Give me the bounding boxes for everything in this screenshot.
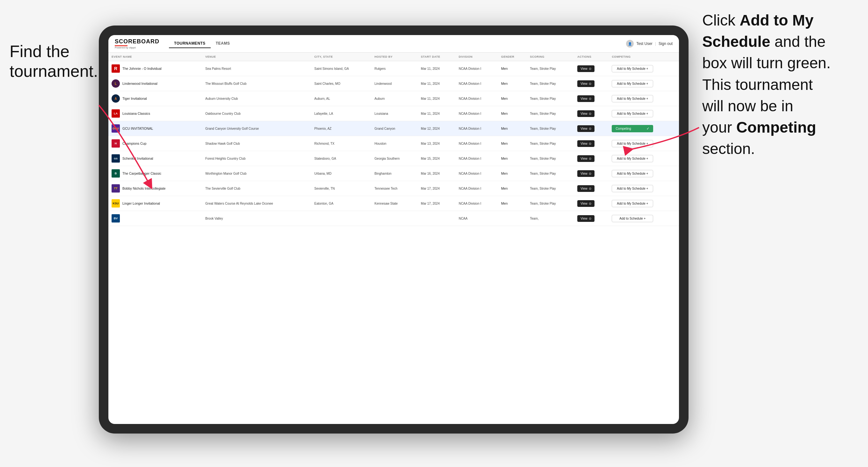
- venue-cell: Sea Palms Resort: [202, 61, 311, 76]
- start-date-cell: Mar 12, 2024: [417, 121, 456, 136]
- actions-cell: View ⊙: [574, 91, 609, 106]
- add-to-schedule-button[interactable]: Add to My Schedule +: [612, 65, 653, 72]
- event-name-text: Champions Cup: [122, 142, 146, 145]
- actions-cell: View ⊙: [574, 166, 609, 181]
- scoring-cell: Team, Stroke Play: [527, 91, 575, 106]
- event-name-text: Lindenwood Invitational: [122, 82, 157, 86]
- venue-cell: Brook Valley: [202, 211, 311, 226]
- tournaments-table: EVENT NAME VENUE CITY, STATE HOSTED BY S…: [108, 53, 679, 226]
- city-state-cell: Eatonton, GA: [311, 196, 371, 211]
- table-row: A Tiger Invitational Auburn University C…: [108, 91, 679, 106]
- team-logo: A: [112, 94, 120, 103]
- actions-cell: View ⊙: [574, 106, 609, 121]
- col-competing: COMPETING: [609, 53, 679, 61]
- actions-cell: View ⊙: [574, 181, 609, 196]
- city-state-cell: Lafayette, LA: [311, 106, 371, 121]
- scoring-cell: Team, Stroke Play: [527, 151, 575, 166]
- event-name-text: The Johnnie - O Individual: [122, 67, 162, 70]
- venue-cell: The Missouri Bluffs Golf Club: [202, 76, 311, 91]
- view-button[interactable]: View ⊙: [577, 215, 594, 222]
- event-name-text: GCU INVITATIONAL: [122, 127, 153, 130]
- hosted-by-cell: Georgia Southern: [371, 151, 418, 166]
- actions-cell: View ⊙: [574, 76, 609, 91]
- event-name-cell: H Champions Cup: [108, 136, 202, 151]
- add-to-schedule-button[interactable]: Add to My Schedule +: [612, 200, 653, 207]
- competing-cell: Add to My Schedule +: [609, 106, 679, 121]
- view-button[interactable]: View ⊙: [577, 125, 594, 132]
- view-button[interactable]: View ⊙: [577, 170, 594, 177]
- view-button[interactable]: View ⊙: [577, 80, 594, 87]
- gender-cell: Men: [498, 196, 527, 211]
- scoring-cell: Team, Stroke Play: [527, 106, 575, 121]
- divider: |: [655, 41, 656, 46]
- hosted-by-cell: Louisiana: [371, 106, 418, 121]
- table-container[interactable]: EVENT NAME VENUE CITY, STATE HOSTED BY S…: [108, 53, 679, 424]
- col-division: DIVISION: [456, 53, 498, 61]
- gender-cell: [498, 211, 527, 226]
- start-date-cell: Mar 17, 2024: [417, 181, 456, 196]
- user-name: Test User: [636, 41, 652, 46]
- logo-sub: Powered by clippd: [115, 46, 159, 49]
- start-date-cell: Mar 15, 2024: [417, 151, 456, 166]
- competing-cell: Add to My Schedule +: [609, 166, 679, 181]
- city-state-cell: Richmond, TX: [311, 136, 371, 151]
- add-to-schedule-button[interactable]: Add to My Schedule +: [612, 185, 653, 192]
- add-to-schedule-button[interactable]: Add to My Schedule +: [612, 155, 653, 162]
- venue-cell: Oakbourne Country Club: [202, 106, 311, 121]
- logo-text: SCOREBOARD: [115, 38, 159, 45]
- header-right: 👤 Test User | Sign out: [626, 40, 673, 48]
- hosted-by-cell: Lindenwood: [371, 76, 418, 91]
- view-button[interactable]: View ⊙: [577, 140, 594, 147]
- view-button[interactable]: View ⊙: [577, 200, 594, 207]
- competing-cell: Add to Schedule +: [609, 211, 679, 226]
- table-row: TT Bobby Nichols Intercollegiate The Sev…: [108, 181, 679, 196]
- competing-button[interactable]: Competing✓: [612, 125, 653, 132]
- venue-cell: Forest Heights Country Club: [202, 151, 311, 166]
- scoring-cell: Team, Stroke Play: [527, 121, 575, 136]
- division-cell: NCAA Division I: [456, 106, 498, 121]
- view-button[interactable]: View ⊙: [577, 110, 594, 117]
- view-button[interactable]: View ⊙: [577, 95, 594, 102]
- table-row: KSU Linger Longer Invitational Great Wat…: [108, 196, 679, 211]
- tab-teams[interactable]: TEAMS: [211, 39, 235, 48]
- sign-out-link[interactable]: Sign out: [658, 41, 673, 46]
- gender-cell: Men: [498, 76, 527, 91]
- scoring-cell: Team, Stroke Play: [527, 76, 575, 91]
- table-row: H Champions Cup Shadow Hawk Golf ClubRic…: [108, 136, 679, 151]
- team-logo: B: [112, 169, 120, 178]
- start-date-cell: Mar 17, 2024: [417, 196, 456, 211]
- table-row: R The Johnnie - O Individual Sea Palms R…: [108, 61, 679, 76]
- add-to-schedule-button[interactable]: Add to My Schedule +: [612, 110, 653, 117]
- start-date-cell: [417, 211, 456, 226]
- hosted-by-cell: Grand Canyon: [371, 121, 418, 136]
- add-to-schedule-button[interactable]: Add to My Schedule +: [612, 80, 653, 87]
- team-logo: H: [112, 139, 120, 148]
- add-to-schedule-button[interactable]: Add to My Schedule +: [612, 140, 653, 147]
- col-gender: GENDER: [498, 53, 527, 61]
- team-logo: TT: [112, 184, 120, 192]
- tablet-frame: SCOREBOARD Powered by clippd TOURNAMENTS…: [99, 26, 688, 434]
- add-to-schedule-button[interactable]: Add to My Schedule +: [612, 170, 653, 177]
- team-logo: KSU: [112, 199, 120, 208]
- city-state-cell: Saint Charles, MO: [311, 76, 371, 91]
- col-actions: ACTIONS: [574, 53, 609, 61]
- tab-tournaments[interactable]: TOURNAMENTS: [169, 39, 211, 48]
- table-header-row: EVENT NAME VENUE CITY, STATE HOSTED BY S…: [108, 53, 679, 61]
- gender-cell: Men: [498, 106, 527, 121]
- view-button[interactable]: View ⊙: [577, 65, 594, 72]
- event-name-cell: R The Johnnie - O Individual: [108, 61, 202, 76]
- city-state-cell: Sevierville, TN: [311, 181, 371, 196]
- hosted-by-cell: Tennessee Tech: [371, 181, 418, 196]
- scoring-cell: Team,: [527, 211, 575, 226]
- division-cell: NCAA Division I: [456, 121, 498, 136]
- hosted-by-cell: Binghamton: [371, 166, 418, 181]
- view-button[interactable]: View ⊙: [577, 155, 594, 162]
- competing-cell: Add to My Schedule +: [609, 151, 679, 166]
- add-to-schedule-button[interactable]: Add to Schedule +: [612, 215, 653, 222]
- actions-cell: View ⊙: [574, 136, 609, 151]
- add-to-schedule-button[interactable]: Add to My Schedule +: [612, 95, 653, 102]
- team-logo: L: [112, 80, 120, 88]
- competing-cell: Add to My Schedule +: [609, 181, 679, 196]
- view-button[interactable]: View ⊙: [577, 185, 594, 192]
- division-cell: NCAA Division I: [456, 136, 498, 151]
